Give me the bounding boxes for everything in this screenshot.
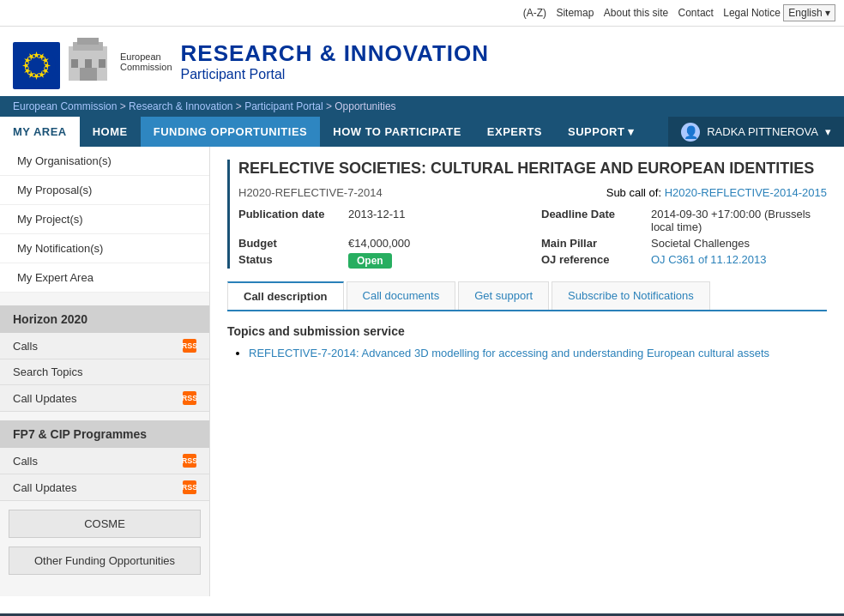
- svg-rect-19: [80, 68, 97, 81]
- fp7-calls-item[interactable]: Calls RSS: [0, 448, 209, 474]
- main-nav: MY AREA HOME FUNDING OPPORTUNITIES HOW T…: [0, 117, 844, 147]
- status-badge: Open: [348, 253, 392, 269]
- sub-title: Participant Portal: [181, 67, 490, 82]
- svg-rect-15: [77, 38, 99, 45]
- main-title: RESEARCH & INNOVATION: [181, 40, 490, 67]
- sub-call-info: Sub call of: H2020-REFLECTIVE-2014-2015: [606, 186, 827, 199]
- sidebar-cosme[interactable]: COSME: [9, 510, 201, 538]
- deadline-row: Deadline Date 2014-09-30 +17:00:00 (Brus…: [541, 208, 827, 233]
- section-title: Topics and submission service: [227, 324, 827, 338]
- about-link[interactable]: About this site: [604, 7, 668, 19]
- eu-flag: [13, 42, 60, 89]
- horizon-callupdates-item[interactable]: Call Updates RSS: [0, 385, 209, 412]
- horizon-calls-item[interactable]: Calls RSS: [0, 333, 209, 359]
- tab-call-documents[interactable]: Call documents: [347, 281, 456, 310]
- header: European Commission RESEARCH & INNOVATIO…: [0, 27, 844, 96]
- sidebar-other-funding[interactable]: Other Funding Opportunities: [9, 547, 201, 575]
- sidebar-item-expert[interactable]: My Expert Area: [0, 263, 209, 293]
- oj-row: OJ reference OJ C361 of 11.12.2013: [541, 253, 827, 269]
- pub-date-row: Publication date 2013-12-11: [238, 208, 524, 233]
- nav-experts[interactable]: EXPERTS: [474, 117, 555, 147]
- tab-subscribe[interactable]: Subscribe to Notifications: [552, 281, 710, 310]
- status-row: Status Open: [238, 253, 524, 269]
- user-area[interactable]: 👤 RADKA PITTNEROVA ▾: [668, 117, 844, 147]
- sidebar: My Organisation(s) My Proposal(s) My Pro…: [0, 147, 210, 596]
- user-name: RADKA PITTNEROVA: [707, 125, 818, 138]
- sidebar-item-projects[interactable]: My Project(s): [0, 205, 209, 234]
- call-meta: Publication date 2013-12-11 Deadline Dat…: [238, 208, 827, 269]
- horizon-calls-rss: RSS: [183, 339, 196, 353]
- legal-link[interactable]: Legal Notice: [723, 7, 781, 19]
- call-header: REFLECTIVE SOCIETIES: CULTURAL HERITAGE …: [227, 160, 827, 269]
- oj-link[interactable]: OJ C361 of 11.12.2013: [651, 253, 766, 269]
- sub-call-link[interactable]: H2020-REFLECTIVE-2014-2015: [665, 186, 827, 199]
- nav-howto[interactable]: HOW TO PARTICIPATE: [320, 117, 474, 147]
- nav-support[interactable]: SUPPORT ▾: [555, 117, 648, 147]
- horizon2020-section: Horizon 2020 Calls RSS Search Topics Cal…: [0, 305, 209, 412]
- sitemap-link[interactable]: Sitemap: [556, 7, 594, 19]
- user-dropdown-arrow: ▾: [825, 125, 831, 138]
- budget-row: Budget €14,000,000: [238, 237, 524, 250]
- call-id: H2020-REFLECTIVE-7-2014: [238, 186, 383, 199]
- breadcrumb-current: Opportunities: [335, 100, 395, 112]
- breadcrumb: European Commission > Research & Innovat…: [0, 96, 844, 117]
- topic-link[interactable]: REFLECTIVE-7-2014: Advanced 3D modelling…: [249, 347, 769, 359]
- topics-list: REFLECTIVE-7-2014: Advanced 3D modelling…: [227, 347, 827, 359]
- main-pillar-row: Main Pillar Societal Challenges: [541, 237, 827, 250]
- tabs: Call description Call documents Get supp…: [227, 281, 827, 311]
- call-title: REFLECTIVE SOCIETIES: CULTURAL HERITAGE …: [238, 160, 827, 178]
- az-link[interactable]: (A-Z): [523, 7, 546, 19]
- breadcrumb-ri[interactable]: Research & Innovation: [129, 100, 232, 112]
- horizon-updates-rss: RSS: [183, 391, 196, 405]
- fp7-calls-rss: RSS: [183, 454, 196, 468]
- main-content: REFLECTIVE SOCIETIES: CULTURAL HERITAGE …: [210, 147, 844, 596]
- fp7-title: FP7 & CIP Programmes: [0, 420, 209, 448]
- logo-area: European Commission: [13, 33, 172, 89]
- fp7-section: FP7 & CIP Programmes Calls RSS Call Upda…: [0, 420, 209, 501]
- user-icon: 👤: [681, 123, 700, 142]
- nav-home[interactable]: HOME: [80, 117, 141, 147]
- nav-myarea[interactable]: MY AREA: [0, 117, 80, 147]
- content-area: My Organisation(s) My Proposal(s) My Pro…: [0, 147, 844, 596]
- nav-funding[interactable]: FUNDING OPPORTUNITIES: [141, 117, 321, 147]
- breadcrumb-ec[interactable]: European Commission: [13, 100, 117, 112]
- horizon2020-title: Horizon 2020: [0, 305, 209, 333]
- tab-get-support[interactable]: Get support: [458, 281, 549, 310]
- fp7-updates-rss: RSS: [183, 480, 196, 494]
- sidebar-item-notifications[interactable]: My Notification(s): [0, 234, 209, 263]
- language-selector[interactable]: English ▾: [783, 4, 835, 21]
- fp7-callupdates-item[interactable]: Call Updates RSS: [0, 474, 209, 501]
- contact-link[interactable]: Contact: [678, 7, 714, 19]
- breadcrumb-pp[interactable]: Participant Portal: [244, 100, 323, 112]
- svg-rect-17: [85, 59, 92, 68]
- commission-building: [64, 33, 112, 89]
- tab-call-description[interactable]: Call description: [227, 281, 344, 310]
- svg-rect-16: [71, 59, 78, 68]
- top-bar: (A-Z) Sitemap About this site Contact Le…: [0, 0, 844, 27]
- svg-rect-18: [99, 59, 106, 68]
- sidebar-item-organisations[interactable]: My Organisation(s): [0, 147, 209, 176]
- header-title: RESEARCH & INNOVATION Participant Portal: [181, 40, 490, 82]
- sidebar-item-proposals[interactable]: My Proposal(s): [0, 176, 209, 205]
- horizon-searchtopics-item[interactable]: Search Topics: [0, 359, 209, 385]
- list-item: REFLECTIVE-7-2014: Advanced 3D modelling…: [249, 347, 827, 359]
- ec-label: European Commission: [120, 51, 172, 72]
